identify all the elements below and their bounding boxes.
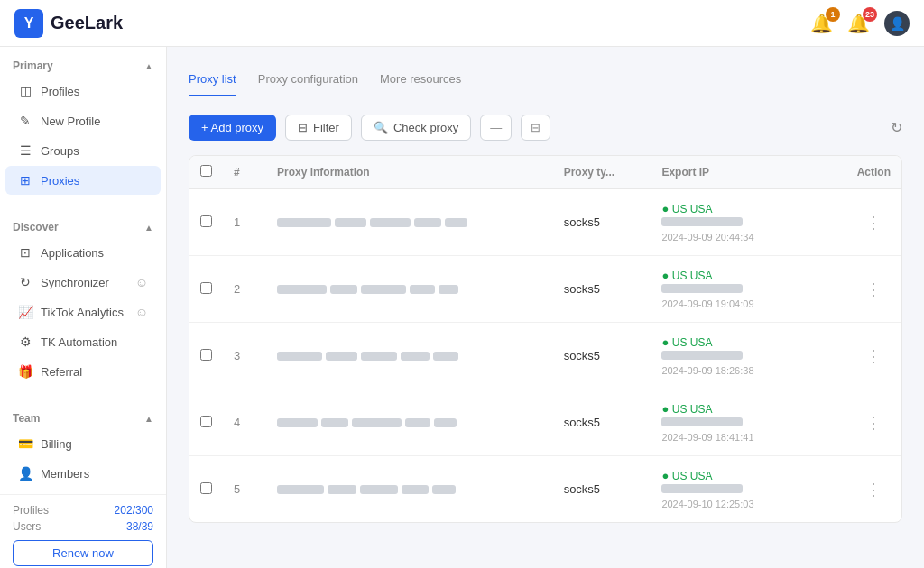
proxy-info-blurred <box>335 218 366 227</box>
check-proxy-search-icon: 🔍 <box>374 121 388 134</box>
tab-more-resources[interactable]: More resources <box>380 65 461 96</box>
proxy-info-blurred <box>433 352 458 361</box>
app-name: GeeLark <box>51 13 123 33</box>
row-action-cell[interactable]: ⋮ <box>846 189 901 256</box>
synchronizer-icon: ↻ <box>18 275 32 289</box>
row-checkbox-cell[interactable] <box>189 389 223 456</box>
row-action-menu-button[interactable]: ⋮ <box>865 347 882 365</box>
profiles-icon: ◫ <box>18 84 32 98</box>
row-proxy-type: socks5 <box>553 256 651 323</box>
row-checkbox-cell[interactable] <box>189 456 223 523</box>
row-action-cell[interactable]: ⋮ <box>846 256 901 323</box>
primary-chevron-icon: ▲ <box>144 61 153 71</box>
col-num: # <box>223 156 266 189</box>
sidebar-primary-label: Primary <box>13 60 53 72</box>
row-checkbox-cell[interactable] <box>189 256 223 323</box>
row-proxy-type: socks5 <box>553 323 651 389</box>
row-number: 2 <box>223 256 266 323</box>
country-dot: ● <box>661 269 669 282</box>
table-row: 5socks5 ● US USA 2024-09-10 12:25:03 ⋮ <box>189 456 901 523</box>
row-action-menu-button[interactable]: ⋮ <box>865 414 882 432</box>
sidebar-item-tk-automation[interactable]: ⚙ TK Automation <box>5 327 161 356</box>
table-header: # Proxy information Proxy ty... Export I… <box>189 156 901 189</box>
row-action-cell[interactable]: ⋮ <box>846 389 901 456</box>
row-checkbox-cell[interactable] <box>189 189 223 256</box>
select-all-header[interactable] <box>189 156 223 189</box>
row-checkbox[interactable] <box>200 482 212 494</box>
row-action-menu-button[interactable]: ⋮ <box>865 481 882 499</box>
country-dot: ● <box>661 402 669 416</box>
proxies-icon: ⊞ <box>18 173 32 188</box>
proxy-info-blurred <box>370 218 411 227</box>
timestamp: 2024-09-09 18:41:41 <box>661 432 835 443</box>
sidebar-item-billing[interactable]: 💳 Billing <box>5 429 161 458</box>
proxy-info-blurred <box>414 218 441 227</box>
user-avatar[interactable]: 👤 <box>884 11 910 36</box>
row-checkbox-cell[interactable] <box>189 323 223 389</box>
action-button-2[interactable]: ⊟ <box>521 115 550 141</box>
sidebar-item-label: Billing <box>41 437 72 451</box>
sidebar-item-members[interactable]: 👤 Members <box>5 459 161 488</box>
select-all-checkbox[interactable] <box>200 165 212 177</box>
refresh-button[interactable]: ↻ <box>891 119 902 136</box>
row-checkbox[interactable] <box>200 349 212 361</box>
table-row: 3socks5 ● US USA 2024-09-09 18:26:38 ⋮ <box>189 323 901 389</box>
action-button-1[interactable]: — <box>480 115 512 141</box>
tk-automation-icon: ⚙ <box>18 334 32 349</box>
row-number: 5 <box>223 456 266 523</box>
sidebar-item-tiktok-analytics[interactable]: 📈 TikTok Analytics ☺ <box>5 298 161 326</box>
timestamp: 2024-09-10 12:25:03 <box>661 499 835 509</box>
sidebar-discover-section: Discover ▲ ⊡ Applications ↻ Synchronizer… <box>0 208 166 392</box>
bell-alert-button[interactable]: 🔔 1 <box>810 13 833 34</box>
new-profile-icon: ✎ <box>18 114 32 128</box>
row-proxy-info <box>266 323 553 389</box>
row-checkbox[interactable] <box>200 416 212 427</box>
profiles-value: 202/300 <box>115 504 153 517</box>
notifications-button[interactable]: 🔔 23 <box>847 13 870 34</box>
sidebar-item-proxies[interactable]: ⊞ Proxies <box>5 166 161 195</box>
team-chevron-icon: ▲ <box>144 414 153 424</box>
row-number: 1 <box>223 189 266 256</box>
ip-blurred <box>661 217 743 226</box>
sidebar-item-groups[interactable]: ☰ Groups <box>5 136 161 165</box>
sidebar-footer: Profiles 202/300 Users 38/39 Renew now <box>0 494 166 568</box>
country-dot: ● <box>661 202 669 215</box>
users-usage-row: Users 38/39 <box>13 520 153 533</box>
action-icon-2: ⊟ <box>531 121 541 134</box>
table-row: 1socks5 ● US USA 2024-09-09 20:44:34 ⋮ <box>189 189 901 256</box>
row-checkbox[interactable] <box>200 215 212 227</box>
table-body: 1socks5 ● US USA 2024-09-09 20:44:34 ⋮2s… <box>189 189 901 523</box>
row-checkbox[interactable] <box>200 282 212 294</box>
sidebar-item-applications[interactable]: ⊡ Applications <box>5 238 161 267</box>
sidebar-team-section: Team ▲ 💳 Billing 👤 Members <box>0 399 166 494</box>
billing-icon: 💳 <box>18 436 32 451</box>
row-action-menu-button[interactable]: ⋮ <box>865 214 882 232</box>
tiktok-indicator-icon: ☺ <box>135 305 148 319</box>
sidebar-item-referral[interactable]: 🎁 Referral <box>5 357 161 386</box>
sidebar-team-label: Team <box>13 412 40 425</box>
profiles-usage-row: Profiles 202/300 <box>13 504 153 517</box>
sidebar-discover-header: Discover ▲ <box>0 214 166 237</box>
proxy-info-blurred <box>328 485 356 494</box>
ip-blurred <box>661 417 743 426</box>
row-action-cell[interactable]: ⋮ <box>846 456 901 523</box>
tab-proxy-list[interactable]: Proxy list <box>189 65 236 96</box>
discover-chevron-icon: ▲ <box>144 223 153 233</box>
sidebar-item-synchronizer[interactable]: ↻ Synchronizer ☺ <box>5 268 161 297</box>
sidebar-item-profiles[interactable]: ◫ Profiles <box>5 77 161 105</box>
col-proxy-info: Proxy information <box>266 156 553 189</box>
renew-now-button[interactable]: Renew now <box>13 540 153 566</box>
row-proxy-info <box>266 456 553 523</box>
timestamp: 2024-09-09 19:04:09 <box>661 298 835 309</box>
sidebar-primary-header: Primary ▲ <box>0 52 166 76</box>
row-action-cell[interactable]: ⋮ <box>846 323 901 389</box>
tab-proxy-configuration[interactable]: Proxy configuration <box>258 65 358 96</box>
add-proxy-button[interactable]: + Add proxy <box>189 115 276 141</box>
sidebar-item-label: New Profile <box>41 115 100 128</box>
check-proxy-button[interactable]: 🔍 Check proxy <box>361 115 471 141</box>
filter-button[interactable]: ⊟ Filter <box>285 115 352 141</box>
sidebar-item-new-profile[interactable]: ✎ New Profile <box>5 106 161 135</box>
row-action-menu-button[interactable]: ⋮ <box>865 280 882 298</box>
table-row: 2socks5 ● US USA 2024-09-09 19:04:09 ⋮ <box>189 256 901 323</box>
referral-icon: 🎁 <box>18 364 32 379</box>
